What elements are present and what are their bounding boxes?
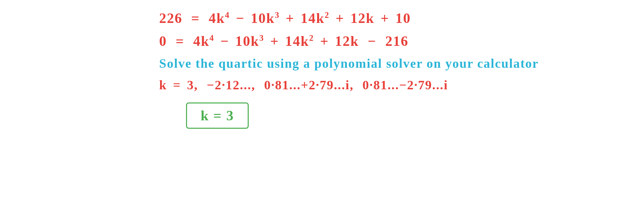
eq1-minus1: − [236,10,245,26]
answer-text: k = 3 [201,108,234,124]
eq2-equals: = [176,33,184,49]
eq2-plus1: + [270,33,279,49]
eq2-term2: 10k3 [235,33,264,49]
eq1-term1: 4k4 [209,10,230,26]
equation-line-3: Solve the quartic using a polynomial sol… [159,56,539,71]
eq1-term3: 14k2 [301,10,330,26]
eq2-zero: 0 [159,33,167,49]
solutions-val3: 0·81...+2·79...i, [264,78,354,92]
eq1-plus2: + [336,10,344,26]
eq2-minus2: − [368,33,376,49]
eq2-minus1: − [220,33,229,49]
solutions-val2: −2·12..., [207,78,255,92]
eq1-text: 226 [159,10,182,26]
solutions-eq: = [173,78,181,92]
eq2-term4: 12k [335,33,359,49]
eq2-term5: 216 [385,33,408,49]
eq1-term5: 10 [395,10,411,26]
equation-line-2: 0 = 4k4 − 10k3 + 14k2 + 12k − 216 [159,33,408,49]
eq2-plus2: + [320,33,329,49]
eq1-plus3: + [380,10,389,26]
eq2-term3: 14k2 [285,33,314,49]
eq1-term2: 10k3 [251,10,280,26]
eq1-term4: 12k [350,10,374,26]
equation-line-4: k = 3, −2·12..., 0·81...+2·79...i, 0·81.… [159,78,448,92]
answer-box: k = 3 [186,102,248,129]
equation-line-1: 226 = 4k4 − 10k3 + 14k2 + 12k + 10 [159,10,411,26]
solutions-k: k [159,78,167,92]
eq1-equals: = [191,10,200,26]
eq2-term1: 4k4 [193,33,214,49]
solve-text: Solve the quartic using a polynomial sol… [159,56,539,71]
solutions-val4: 0·81...−2·79...i [362,78,448,92]
math-content: 226 = 4k4 − 10k3 + 14k2 + 12k + 10 0 = 4… [105,10,539,129]
eq1-plus1: + [286,10,295,26]
solutions-val1: 3, [187,78,198,92]
